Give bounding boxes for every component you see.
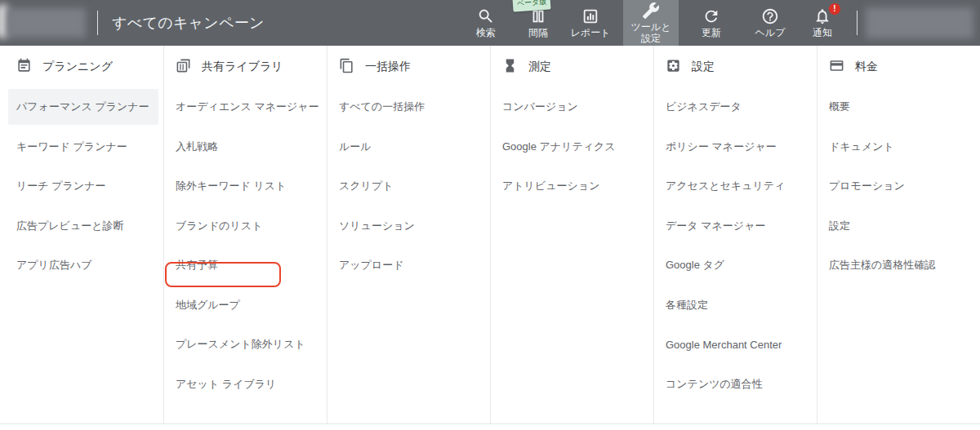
topbar-divider xyxy=(97,11,98,35)
refresh-button[interactable]: 更新 xyxy=(685,0,737,46)
planning-icon xyxy=(16,58,32,76)
menu-column-setup: 設定 ビジネスデータ ポリシー マネージャー アクセスとセキュリティ データ マ… xyxy=(653,46,817,423)
menu-column-planning: プランニング パフォーマンス プランナー キーワード プランナー リーチ プラン… xyxy=(0,46,163,423)
menu-item-negative-keyword-lists[interactable]: 除外キーワード リスト xyxy=(164,166,327,206)
menu-column-measurement: 測定 コンバージョン Google アナリティクス アトリビューション xyxy=(490,46,653,423)
tools-and-settings-button[interactable]: ツールと設定 xyxy=(623,0,679,46)
help-button[interactable]: ヘルプ xyxy=(744,0,796,46)
menu-item-billing-summary[interactable]: 概要 xyxy=(817,87,980,127)
report-button-label: レポート xyxy=(571,28,611,39)
search-icon xyxy=(477,7,495,25)
menu-item-location-groups[interactable]: 地域グループ xyxy=(164,286,327,326)
menu-item-advertiser-verification[interactable]: 広告主様の適格性確認 xyxy=(817,246,980,286)
notifications-button-label: 通知 xyxy=(813,28,832,39)
billing-header: 料金 xyxy=(817,46,980,87)
menu-item-performance-planner[interactable]: パフォーマンス プランナー xyxy=(8,89,158,125)
billing-header-label: 料金 xyxy=(855,60,878,74)
menu-item-google-tag[interactable]: Google タグ xyxy=(654,246,817,286)
search-button[interactable]: 検索 xyxy=(460,0,512,46)
menu-item-content-suitability[interactable]: コンテンツの適合性 xyxy=(654,365,817,405)
menu-column-bulk-actions: 一括操作 すべての一括操作 ルール スクリプト ソリューション アップロード xyxy=(327,46,490,423)
menu-item-data-manager[interactable]: データ マネージャー xyxy=(654,206,817,246)
search-button-label: 検索 xyxy=(476,28,496,39)
menu-item-shared-budgets[interactable]: 共有予算 xyxy=(164,246,327,286)
menu-item-audience-manager[interactable]: オーディエンス マネージャー xyxy=(164,87,327,127)
tools-and-settings-label: ツールと設定 xyxy=(628,22,674,45)
billing-card-icon xyxy=(829,58,844,76)
measurement-icon xyxy=(502,58,518,76)
menu-item-promotions[interactable]: プロモーション xyxy=(817,166,980,206)
notifications-button[interactable]: ! 通知 xyxy=(796,0,849,46)
bulk-actions-icon xyxy=(339,58,354,76)
topbar-divider xyxy=(857,11,858,35)
planning-header: プランニング xyxy=(0,46,163,87)
menu-item-rules[interactable]: ルール xyxy=(327,127,490,167)
refresh-button-label: 更新 xyxy=(702,28,721,39)
tools-settings-mega-menu: プランニング パフォーマンス プランナー キーワード プランナー リーチ プラン… xyxy=(0,46,980,424)
page-title: すべてのキャンペーン xyxy=(112,13,265,33)
menu-item-asset-library[interactable]: アセット ライブラリ xyxy=(164,365,327,405)
menu-item-solutions[interactable]: ソリューション xyxy=(327,206,490,246)
menu-item-placement-exclusion-lists[interactable]: プレースメント除外リスト xyxy=(164,325,327,365)
redacted-account-name xyxy=(7,8,86,38)
menu-item-preferences[interactable]: 各種設定 xyxy=(654,286,817,326)
report-button[interactable]: レポート xyxy=(564,0,617,46)
menu-column-shared-library: 共有ライブラリ オーディエンス マネージャー 入札戦略 除外キーワード リスト … xyxy=(163,46,327,423)
menu-item-billing-settings[interactable]: 設定 xyxy=(817,206,980,246)
menu-item-billing-documents[interactable]: ドキュメント xyxy=(817,127,980,167)
menu-item-keyword-planner[interactable]: キーワード プランナー xyxy=(0,127,163,167)
menu-item-access-security[interactable]: アクセスとセキュリティ xyxy=(654,166,817,206)
menu-item-ad-preview[interactable]: 広告プレビューと診断 xyxy=(0,206,163,246)
redacted-account-info xyxy=(866,7,973,38)
menu-item-scripts[interactable]: スクリプト xyxy=(327,166,490,206)
menu-item-google-analytics[interactable]: Google アナリティクス xyxy=(491,127,653,167)
measurement-header-label: 測定 xyxy=(528,60,551,74)
help-icon xyxy=(761,7,779,25)
shared-library-header: 共有ライブラリ xyxy=(164,46,327,87)
menu-item-all-bulk-actions[interactable]: すべての一括操作 xyxy=(327,87,490,127)
bulk-actions-header-label: 一括操作 xyxy=(365,60,411,74)
topbar-spacer xyxy=(265,0,460,46)
bulk-actions-header: 一括操作 xyxy=(327,46,490,87)
planning-header-label: プランニング xyxy=(42,60,113,74)
menu-item-google-merchant-center[interactable]: Google Merchant Center xyxy=(654,325,817,365)
top-app-bar: すべてのキャンペーン 検索 ベータ版 間隔 レポート ツールと設定 更新 xyxy=(0,0,980,46)
setup-header: 設定 xyxy=(654,46,817,87)
menu-item-brand-lists[interactable]: ブランドのリスト xyxy=(164,206,327,246)
shared-library-header-label: 共有ライブラリ xyxy=(202,60,283,74)
refresh-icon xyxy=(702,7,720,25)
menu-item-app-ads-hub[interactable]: アプリ広告ハブ xyxy=(0,246,163,286)
shared-library-icon xyxy=(176,58,191,76)
menu-item-business-data[interactable]: ビジネスデータ xyxy=(654,87,817,127)
menu-item-conversions[interactable]: コンバージョン xyxy=(491,87,653,127)
interval-button-label: 間隔 xyxy=(528,28,548,39)
menu-item-attribution[interactable]: アトリビューション xyxy=(491,166,653,206)
setup-gear-icon xyxy=(666,58,681,76)
measurement-header: 測定 xyxy=(491,46,653,87)
report-icon xyxy=(581,7,599,25)
wrench-icon xyxy=(642,2,660,20)
menu-item-reach-planner[interactable]: リーチ プランナー xyxy=(0,166,163,206)
menu-column-billing: 料金 概要 ドキュメント プロモーション 設定 広告主様の適格性確認 xyxy=(817,46,980,423)
setup-header-label: 設定 xyxy=(692,60,715,74)
menu-item-uploads[interactable]: アップロード xyxy=(327,246,490,286)
notification-count-badge: ! xyxy=(828,2,841,16)
interval-button[interactable]: ベータ版 間隔 xyxy=(512,0,564,46)
menu-item-bid-strategies[interactable]: 入札戦略 xyxy=(164,127,327,167)
help-button-label: ヘルプ xyxy=(755,28,786,39)
menu-item-policy-manager[interactable]: ポリシー マネージャー xyxy=(654,127,817,167)
